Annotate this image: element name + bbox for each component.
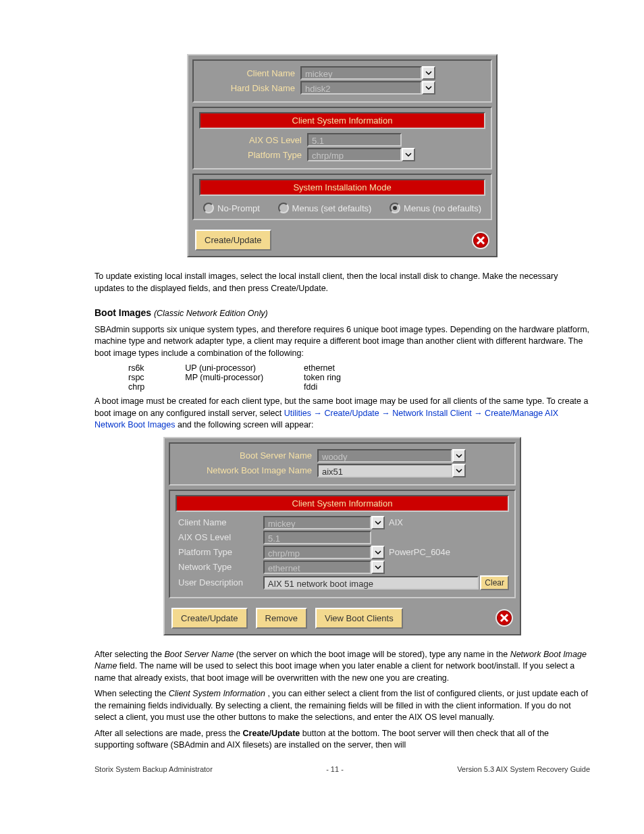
arrow-icon: → [381,409,392,418]
radio-menus-defaults[interactable]: Menus (set defaults) [278,203,372,213]
radio-no-prompt[interactable]: No-Prompt [203,203,260,213]
nav-link: Utilities [284,409,314,418]
paragraph: When selecting the Client System Informa… [95,688,590,724]
list-column: rs6k rspc chrp [128,363,144,392]
paragraph: A boot image must be created for each cl… [95,396,590,432]
network-type-input[interactable]: ethernet [263,561,371,574]
boot-server-dropdown[interactable] [452,449,466,463]
network-type-dropdown[interactable] [371,561,385,574]
arrow-icon: → [313,409,324,418]
close-button2[interactable] [495,609,513,627]
aix-os-input2[interactable]: 5.1 [263,531,371,544]
list-item: ethernet [304,363,341,373]
list-column: ethernet token ring fddi [304,363,341,392]
radio-icon [390,203,400,213]
boot-server-label: Boot Server Name [196,450,317,461]
user-desc-label: User Description [176,577,263,588]
panel-local-install: Client Name mickey Hard Disk Name hdisk2… [187,54,498,257]
text-italic: Client System Information [169,689,265,698]
hard-disk-dropdown[interactable] [422,81,435,95]
radio-label: Menus (set defaults) [292,203,372,213]
list-item: rspc [128,373,144,382]
text: and the following screen will appear: [178,420,314,429]
radio-label: No-Prompt [217,203,260,213]
aix-os-level-label: AIX OS Level [226,135,307,145]
text-italic: Boot Server Name [165,650,234,659]
footer-left: Storix System Backup Administrator [95,765,213,773]
section-header-install-mode: System Installation Mode [199,179,485,196]
nav-link: Create/Update [324,409,381,418]
section-header-client-info: Client System Information [199,112,485,129]
aix-os-level-input[interactable]: 5.1 [307,133,402,147]
list-column: UP (uni-processor) MP (multi-processor) [185,363,263,392]
text: When selecting the [95,689,169,698]
client-name-input[interactable]: mickey [300,66,422,80]
paragraph: SBAdmin supports six unique system types… [95,324,590,360]
heading-sub: (Classic Network Edition Only) [154,309,268,318]
block-install-mode: System Installation Mode No-Prompt Menus… [192,174,492,220]
list-item: UP (uni-processor) [185,363,263,373]
image-name-label: Network Boot Image Name [196,465,317,475]
list-item: token ring [304,373,341,382]
client-name-dropdown2[interactable] [371,516,385,529]
block-client-system-info: Client System Information AIX OS Level 5… [192,107,492,170]
platform-type-input[interactable]: chrp/mp [307,148,402,161]
text: field. The name will be used to select t… [95,661,574,683]
list-item: rs6k [128,363,144,373]
image-name-dropdown[interactable] [452,464,466,477]
block-client-system-info2: Client System Information Client Name mi… [169,490,516,598]
platform-input2[interactable]: chrp/mp [263,546,371,559]
section-header-client-info2: Client System Information [176,495,509,512]
block-client-disk: Client Name mickey Hard Disk Name hdisk2 [192,59,492,103]
hard-disk-label: Hard Disk Name [199,83,300,93]
radio-menus-no-defaults[interactable]: Menus (no defaults) [390,203,481,213]
text: After selecting the [95,650,165,659]
boot-server-input[interactable]: woody [317,449,452,463]
image-name-input[interactable]: aix51 [317,464,452,477]
heading-text: Boot Images [95,307,151,318]
list-item: MP (multi-processor) [185,373,263,382]
button-bar: Create/Update [188,224,496,256]
list-item: fddi [304,382,341,392]
radio-icon [278,203,289,213]
radio-label: Menus (no defaults) [404,203,481,213]
clear-button[interactable]: Clear [480,575,509,590]
nav-link: Network Install [392,409,450,418]
footer-center: - 11 - [326,765,344,773]
create-update-button2[interactable]: Create/Update [171,608,248,629]
paragraph: After all selections are made, press the… [95,728,590,752]
text: After all selections are made, press the [95,729,243,738]
client-name-dropdown[interactable] [422,66,435,80]
platform-dropdown2[interactable] [371,546,385,559]
aix-os-label2: AIX OS Level [176,532,263,542]
remove-button[interactable]: Remove [256,608,307,629]
client-name-input2[interactable]: mickey [263,516,371,529]
button-bar2: Create/Update Remove View Boot Clients [165,602,520,634]
nav-link: Client [450,409,474,418]
paragraph: To update existing local install images,… [95,271,590,294]
paragraph: After selecting the Boot Server Name (th… [95,649,590,685]
user-desc-input[interactable]: AIX 51 network boot image [263,576,479,590]
platform-type-label: Platform Type [226,150,307,160]
client-name-label: Client Name [199,68,300,78]
list-item: chrp [128,382,144,392]
block-boot-server: Boot Server Name woody Network Boot Imag… [169,442,516,486]
panel-network-boot-image: Boot Server Name woody Network Boot Imag… [163,437,521,635]
text: (the server on which the boot image will… [236,650,510,659]
client-name-label2: Client Name [176,517,263,527]
platform-label2: Platform Type [176,547,263,557]
text-bold: Create/Update [243,729,300,738]
platform-extra-label: PowerPC_604e [389,547,450,557]
hard-disk-input[interactable]: hdisk2 [300,81,422,95]
heading: Boot Images (Classic Network Edition Onl… [95,307,590,320]
network-type-label: Network Type [176,562,263,572]
view-boot-clients-button[interactable]: View Boot Clients [315,608,403,629]
platform-type-dropdown[interactable] [402,148,415,161]
client-extra-label: AIX [389,517,403,527]
page-footer: Storix System Backup Administrator - 11 … [95,765,590,773]
close-button[interactable] [472,232,489,249]
footer-right: Version 5.3 AIX System Recovery Guide [457,765,590,773]
arrow-icon: → [474,409,485,418]
create-update-button[interactable]: Create/Update [195,230,271,251]
radio-icon [203,203,214,213]
